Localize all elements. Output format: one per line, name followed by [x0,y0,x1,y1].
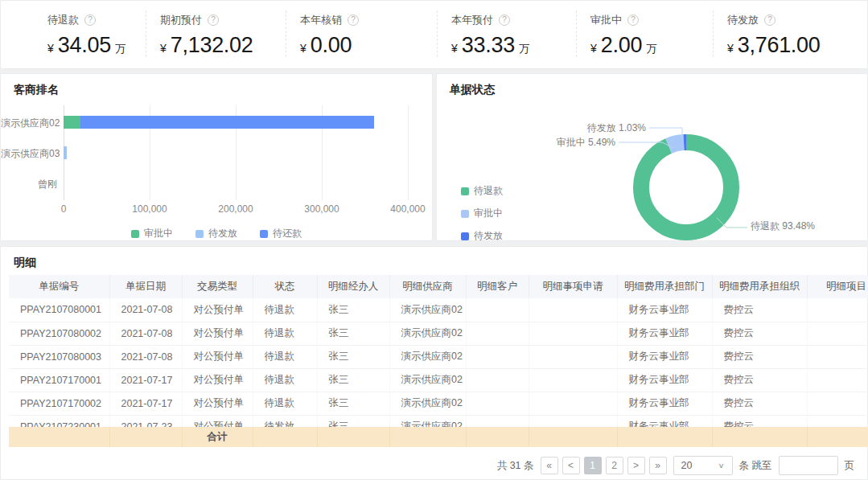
help-icon[interactable]: ? [764,14,775,26]
legend-item-待发放[interactable]: 待发放 [195,227,237,240]
table-cell [529,415,617,427]
legend-swatch [461,232,469,240]
legend-item-待退款[interactable]: 待退款 [461,184,503,198]
legend-label: 待还款 [273,227,302,240]
x-axis-tick: 200,000 [218,203,253,215]
legend-item-待发放[interactable]: 待发放 [461,229,503,243]
legend-swatch [260,230,268,238]
legend-label: 审批中 [474,207,503,220]
help-icon[interactable]: ? [208,14,219,26]
kpi-card[interactable]: 待退款?¥34.05万 [1,1,146,68]
total-cell [712,427,807,447]
total-cell [807,427,868,447]
first-page-button[interactable]: « [541,457,558,474]
currency-symbol: ¥ [300,42,306,55]
detail-table: 单据编号单据日期交易类型状态明细经办人明细供应商明细客户明细事项申请明细费用承担… [9,275,868,447]
legend-swatch [461,187,469,195]
legend-item-审批中[interactable]: 审批中 [461,207,503,220]
total-cell [529,427,617,447]
kpi-label-row: 期初预付? [160,13,286,27]
table-cell: 2021-07-08 [109,298,182,322]
legend-item-待还款[interactable]: 待还款 [260,227,302,240]
page-suffix-text: 页 [845,459,855,473]
help-icon[interactable]: ? [627,14,639,26]
table-cell [466,392,529,415]
table-cell: 待发放 [253,415,317,427]
kpi-label-row: 本年预付? [451,13,576,27]
table-cell: 2021-07-08 [109,345,182,368]
legend-item-审批中[interactable]: 审批中 [131,227,173,240]
total-cell [317,427,389,447]
table-cell [529,368,617,392]
detail-body-table: PPAY21070800012021-07-08对公预付单待退款张三演示供应商0… [9,298,868,427]
currency-symbol: ¥ [590,42,597,55]
table-cell: 张三 [317,322,389,345]
charts-row: 客商排名 演示供应商02演示供应商03曾刚 0100,000200,000300… [0,73,868,241]
table-cell: 待退款 [253,345,317,368]
help-icon[interactable]: ? [499,14,510,26]
donut-label-to-issue: 待发放 1.03% [587,121,646,135]
table-cell: 2021-07-17 [109,392,182,415]
kpi-summary-bar: 待退款?¥34.05万期初预付?¥7,132.02本年核销?¥0.00本年预付?… [0,0,868,69]
table-cell: 演示供应商02 [389,415,466,427]
table-cell: 财务云事业部 [617,345,712,368]
column-header: 明细经办人 [317,275,389,298]
table-cell: 张三 [317,298,389,322]
column-header: 明细供应商 [389,275,466,298]
prev-page-button[interactable]: < [562,457,580,474]
detail-title: 明细 [1,247,867,275]
kpi-label-row: 待发放? [727,13,868,27]
last-page-button[interactable]: » [649,457,667,474]
table-cell: 待退款 [253,368,317,392]
table-cell [807,368,868,392]
page-button-2[interactable]: 2 [606,457,623,474]
table-cell: 演示供应商02 [389,298,466,322]
table-cell: 财务云事业部 [617,392,712,415]
kpi-label: 本年核销 [300,14,342,26]
bar-track [64,177,408,190]
next-page-button[interactable]: > [627,457,645,474]
pagination: 共 31 条 « < 12 > » 20 ∨ 条 跳至 页 [1,447,867,475]
kpi-card[interactable]: 本年核销?¥0.00 [286,1,437,68]
bar-category-label: 演示供应商02 [1,117,57,130]
kpi-card[interactable]: 本年预付?¥33.33万 [437,1,576,68]
doc-status-card: 单据状态 待退款 93.48% 审批中 5.49% 待发放 1.03% 待退款审… [436,73,868,241]
kpi-label-row: 本年核销? [300,13,437,27]
table-cell: 2021-07-17 [109,368,182,392]
page-button-1[interactable]: 1 [584,457,602,474]
column-header: 明细事项申请 [529,275,617,298]
table-cell: 张三 [317,392,389,415]
table-total-row: 合计 [9,427,868,447]
table-cell: 费控云 [712,368,807,392]
table-cell: 财务云事业部 [617,368,712,392]
kpi-card[interactable]: 待发放?¥3,761.00 [713,1,868,68]
table-cell [807,415,868,427]
help-icon[interactable]: ? [348,14,359,26]
x-axis-tick: 300,000 [304,203,339,215]
donut-ring [630,131,743,244]
table-cell: 2021-07-23 [109,415,182,427]
table-body-viewport[interactable]: PPAY21070800012021-07-08对公预付单待退款张三演示供应商0… [9,298,868,427]
x-axis-tick: 100,000 [132,203,167,215]
bar-segment-待发放 [64,146,67,159]
help-icon[interactable]: ? [84,14,96,26]
table-cell: 张三 [317,415,389,427]
jump-prefix-text: 条 跳至 [739,459,772,473]
kpi-label: 期初预付 [160,14,202,26]
page-size-select[interactable]: 20 ∨ [673,456,733,475]
kpi-unit: 万 [646,43,656,55]
legend-swatch [461,210,469,218]
table-cell [807,392,868,415]
table-cell: 待退款 [253,392,317,415]
kpi-card[interactable]: 期初预付?¥7,132.02 [146,1,286,68]
kpi-label: 审批中 [590,14,622,26]
table-cell: 财务云事业部 [617,322,712,345]
kpi-card[interactable]: 审批中?¥2.00万 [576,1,713,68]
kpi-value: ¥33.33万 [451,33,576,58]
jump-page-input[interactable] [779,456,838,475]
table-cell [466,368,529,392]
kpi-value: ¥34.05万 [47,33,146,58]
kpi-amount: 33.33 [462,33,515,57]
table-cell: 对公预付单 [182,368,253,392]
bar-chart-row: 演示供应商02 [1,107,432,137]
